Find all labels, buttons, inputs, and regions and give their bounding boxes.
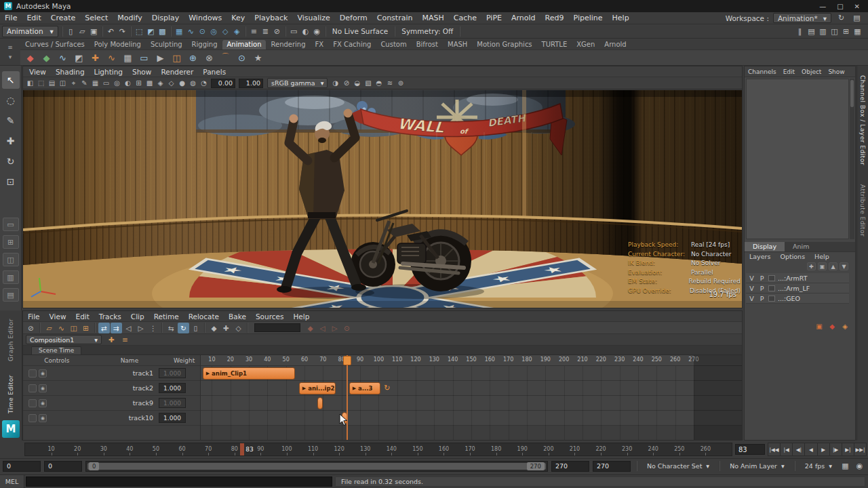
dock-tab-channel-box-layer-editor[interactable]: Channel Box / Layer Editor — [859, 75, 866, 165]
scene-time-tab[interactable]: Scene Time — [31, 346, 81, 354]
field-chart-icon[interactable]: ⊞ — [134, 78, 144, 88]
composition-list-icon[interactable]: ≡ — [119, 334, 131, 345]
safe-title-icon[interactable]: ◈ — [155, 78, 165, 88]
current-time-field[interactable]: 83 — [735, 444, 765, 455]
layout-custom[interactable]: ▤ — [3, 288, 19, 302]
layer-color-swatch[interactable] — [768, 285, 775, 291]
time-editor-menu-file[interactable]: File — [23, 312, 45, 321]
range-slider[interactable]: 0 270 — [85, 461, 548, 472]
shelf-tab-sculpting[interactable]: Sculpting — [146, 40, 187, 49]
ripple-mode-icon[interactable]: ⇉ — [111, 323, 122, 333]
dock-tab-attribute-editor[interactable]: Attribute Editor — [859, 184, 866, 237]
layout-persp-outliner[interactable]: ▥ — [3, 270, 19, 284]
film-gate-icon[interactable]: ▭ — [101, 78, 111, 88]
layer-tab-display[interactable]: Display — [745, 242, 785, 251]
channel-box-menu-channels[interactable]: Channels — [745, 68, 780, 75]
snap-curve-icon[interactable]: ∿ — [185, 26, 197, 37]
shelf-tab-fx[interactable]: FX — [311, 40, 329, 49]
two-d-pan-zoom-icon[interactable]: ⌖ — [68, 78, 79, 88]
menu-key[interactable]: Key — [226, 14, 250, 22]
paint-select-tool[interactable]: ✎ — [2, 112, 20, 129]
new-layer-from-selected-icon[interactable]: ▣ — [818, 262, 827, 270]
menu-create[interactable]: Create — [46, 14, 81, 22]
track-solo-toggle[interactable]: ◉ — [39, 399, 47, 407]
constraint-icon[interactable]: ⊗ — [202, 51, 216, 65]
time-slider[interactable]: 1020304050607080901001101201301401501601… — [24, 443, 732, 456]
animation-start-field[interactable]: 0 — [3, 461, 41, 472]
modeling-toolkit-icon[interactable]: ⊞ — [840, 26, 852, 37]
gamma-field[interactable]: 1.00 — [239, 79, 263, 88]
bake-simulation-icon[interactable]: ⊕ — [186, 51, 200, 65]
resolution-gate-icon[interactable]: ◎ — [112, 78, 122, 88]
channel-box-scrollbar[interactable] — [850, 79, 854, 239]
snap-view-plane-icon[interactable]: ◇ — [220, 26, 231, 37]
dope-sheet-icon[interactable]: ▦ — [121, 51, 135, 65]
menu-select[interactable]: Select — [80, 14, 113, 22]
menu-constrain[interactable]: Constrain — [372, 14, 418, 22]
minimize-button[interactable]: — — [819, 3, 826, 10]
shelf-tab-xgen[interactable]: XGen — [572, 40, 599, 49]
sidebar-attribute-editor-icon[interactable]: ▤ — [806, 26, 817, 37]
shadows-icon[interactable]: ▧ — [363, 78, 373, 88]
clip-filter-field[interactable] — [254, 323, 300, 332]
shelf-tab-poly-modeling[interactable]: Poly Modeling — [90, 40, 146, 49]
bookmarks-icon[interactable]: ▤ — [47, 78, 57, 88]
clip-a-3[interactable]: ▶a...3 — [349, 382, 380, 394]
viewport-menu-panels[interactable]: Panels — [198, 68, 231, 76]
scale-clip-icon[interactable]: ⇆ — [165, 323, 177, 333]
add-key-icon[interactable]: ✚ — [220, 323, 232, 333]
snap-point-icon[interactable]: ⊙ — [197, 26, 208, 37]
grease-pencil-icon[interactable]: ✎ — [79, 78, 90, 88]
menu-help[interactable]: Help — [608, 14, 634, 22]
layer-visibility-toggle[interactable]: V — [748, 274, 755, 282]
menu-visualize[interactable]: Visualize — [292, 14, 334, 22]
render-view-icon[interactable]: ▦ — [840, 460, 851, 472]
add-audio-clip-icon[interactable]: ∿ — [56, 323, 67, 333]
viewport-menu-lighting[interactable]: Lighting — [90, 68, 127, 76]
view-transform-selector[interactable]: sRGB gamma▾ — [267, 78, 328, 88]
scale-tool[interactable]: ⊡ — [2, 173, 20, 190]
layer-menu-help[interactable]: Help — [810, 253, 834, 262]
track-mute-toggle[interactable] — [28, 369, 37, 378]
track-solo-toggle[interactable]: ◉ — [39, 384, 47, 392]
add-pose-clip-icon[interactable]: ◫ — [68, 323, 79, 333]
channel-box-menu-object[interactable]: Object — [798, 68, 825, 75]
track-row-track9[interactable]: ◉track91.000 — [23, 396, 200, 411]
layer-menu-layers[interactable]: Layers — [745, 253, 775, 262]
sidebar-channel-box-icon[interactable]: ◫ — [829, 26, 840, 37]
open-scene-icon[interactable]: ▱ — [77, 26, 88, 37]
layer-tab-anim[interactable]: Anim — [785, 242, 817, 251]
time-editor-menu-help[interactable]: Help — [288, 312, 314, 321]
move-mode-icon[interactable]: ⇄ — [98, 323, 110, 333]
menu-set-selector[interactable]: Animation▾ — [2, 26, 58, 37]
undo-icon[interactable]: ↶ — [105, 26, 117, 37]
panel-icon-orange[interactable]: ▣ — [814, 321, 824, 331]
shelf-menu-icon[interactable]: ≡ — [7, 44, 13, 51]
clip-anim-clip1[interactable]: ▶anim_Clip1 — [203, 367, 296, 380]
layer-row-geo[interactable]: VP...:GEO — [746, 293, 849, 304]
redo-icon[interactable]: ↷ — [117, 26, 128, 37]
new-composition-icon[interactable]: ✚ — [106, 334, 117, 345]
select-component-mask-icon[interactable]: ▩ — [157, 26, 168, 37]
playhead-handle[interactable] — [343, 356, 351, 365]
snap-grid-icon[interactable]: ▦ — [174, 26, 185, 37]
layer-menu-options[interactable]: Options — [775, 253, 810, 262]
time-editor-menu-view[interactable]: View — [45, 312, 71, 321]
menu-deform[interactable]: Deform — [335, 14, 372, 22]
viewport-menu-renderer[interactable]: Renderer — [156, 68, 198, 76]
menu-playback[interactable]: Playback — [250, 14, 292, 22]
graph-editor-icon[interactable]: ∿ — [104, 51, 119, 65]
add-keyframe-icon[interactable]: ✚ — [88, 51, 102, 65]
select-camera-icon[interactable]: ◧ — [25, 78, 35, 88]
isolate-select-icon[interactable]: ◒ — [352, 78, 362, 88]
shelf-tab-custom[interactable]: Custom — [376, 40, 411, 49]
select-tool[interactable]: ↖ — [2, 71, 20, 89]
motion-blur-icon[interactable]: ≋ — [384, 78, 395, 88]
track-row-track1[interactable]: ◉track11.000 — [23, 366, 200, 381]
panel-icon-red[interactable]: ◆ — [827, 321, 837, 331]
make-live-icon[interactable]: ◈ — [231, 26, 243, 37]
gate-mask-icon[interactable]: ◐ — [123, 78, 133, 88]
panel-icon-amber[interactable]: ◈ — [840, 321, 850, 331]
shelf-tab-fx-caching[interactable]: FX Caching — [328, 40, 376, 49]
layer-row-arm-lf[interactable]: VP...:Arm_LF — [746, 283, 849, 293]
